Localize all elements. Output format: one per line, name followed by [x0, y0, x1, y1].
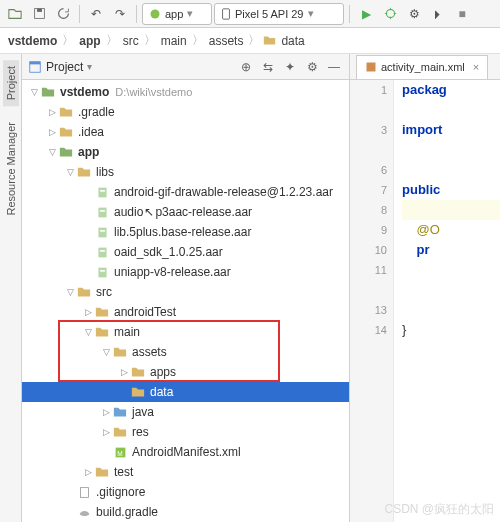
bc-4[interactable]: assets	[207, 34, 246, 48]
tree-androidtest[interactable]: ▷androidTest	[22, 302, 349, 322]
root-label: vstdemo	[60, 85, 109, 99]
module-selector[interactable]: app ▾	[142, 3, 212, 25]
tool-window-bar: Project Resource Manager	[0, 54, 22, 522]
svg-rect-9	[98, 207, 106, 217]
sync-icon[interactable]	[52, 3, 74, 25]
svg-rect-7	[98, 187, 106, 197]
svg-rect-21	[367, 63, 376, 72]
bc-0[interactable]: vstdemo	[6, 34, 59, 48]
svg-point-4	[386, 9, 394, 17]
svg-rect-6	[30, 61, 41, 64]
svg-rect-13	[98, 247, 106, 257]
bc-3[interactable]: main	[159, 34, 189, 48]
tree-lib4[interactable]: oaid_sdk_1.0.25.aar	[22, 242, 349, 262]
svg-rect-8	[100, 190, 105, 192]
tree-gitignore[interactable]: .gitignore	[22, 482, 349, 502]
undo-icon[interactable]: ↶	[85, 3, 107, 25]
tree-assets[interactable]: ▽assets	[22, 342, 349, 362]
tree-manifest[interactable]: MAndroidManifest.xml	[22, 442, 349, 462]
svg-rect-12	[100, 230, 105, 232]
svg-text:M: M	[117, 449, 122, 456]
bc-5[interactable]: data	[279, 34, 306, 48]
profile-icon[interactable]: ⚙	[403, 3, 425, 25]
svg-rect-11	[98, 227, 106, 237]
tree-res[interactable]: ▷res	[22, 422, 349, 442]
tree-lib1[interactable]: android-gif-drawable-release@1.2.23.aar	[22, 182, 349, 202]
open-icon[interactable]	[4, 3, 26, 25]
svg-rect-1	[37, 9, 42, 12]
editor-pane: activity_main.xml × 1 3 6 7 8 9 10 11 13…	[350, 54, 500, 522]
svg-rect-14	[100, 250, 105, 252]
stop-icon[interactable]: ■	[451, 3, 473, 25]
attach-icon[interactable]: ⏵	[427, 3, 449, 25]
breadcrumb: vstdemo〉 app〉 src〉 main〉 assets〉 data	[0, 28, 500, 54]
tab-activity-main[interactable]: activity_main.xml ×	[356, 55, 488, 79]
tree-main[interactable]: ▽main	[22, 322, 349, 342]
folder-icon	[263, 34, 276, 47]
editor-gutter: 1 3 6 7 8 9 10 11 13 14	[350, 80, 394, 522]
device-selector[interactable]: Pixel 5 API 29 ▾	[214, 3, 344, 25]
main-toolbar: ↶ ↷ app ▾ Pixel 5 API 29 ▾ ▶ ⚙ ⏵ ■	[0, 0, 500, 28]
svg-rect-16	[100, 270, 105, 272]
android-icon	[149, 8, 161, 20]
tree-lib2[interactable]: audio↖p3aac-release.aar	[22, 202, 349, 222]
project-tree[interactable]: ▽ vstdemo D:\wiki\vstdemo ▷.gradle ▷.ide…	[22, 80, 349, 522]
module-label: app	[165, 8, 183, 20]
tree-idea[interactable]: ▷.idea	[22, 122, 349, 142]
run-icon[interactable]: ▶	[355, 3, 377, 25]
debug-icon[interactable]	[379, 3, 401, 25]
tree-src[interactable]: ▽src	[22, 282, 349, 302]
tree-apps[interactable]: ▷apps	[22, 362, 349, 382]
bc-2[interactable]: src	[121, 34, 141, 48]
svg-rect-3	[223, 8, 230, 18]
redo-icon[interactable]: ↷	[109, 3, 131, 25]
editor-content[interactable]: packag import public @O pr }	[394, 80, 500, 522]
phone-icon	[221, 8, 231, 20]
collapse-icon[interactable]: ⇆	[259, 58, 277, 76]
tree-lib5[interactable]: uniapp-v8-release.aar	[22, 262, 349, 282]
xml-file-icon	[365, 61, 377, 73]
project-panel: Project ▾ ⊕ ⇆ ✦ ⚙ — ▽ vstdemo D:\wiki\vs…	[22, 54, 350, 522]
hide-icon[interactable]: —	[325, 58, 343, 76]
cursor-icon: ↖	[144, 205, 154, 219]
editor-tabs: activity_main.xml ×	[350, 54, 500, 80]
save-icon[interactable]	[28, 3, 50, 25]
tree-libs[interactable]: ▽libs	[22, 162, 349, 182]
svg-rect-15	[98, 267, 106, 277]
panel-title: Project	[46, 60, 83, 74]
tree-lib3[interactable]: lib.5plus.base-release.aar	[22, 222, 349, 242]
target-icon[interactable]: ⊕	[237, 58, 255, 76]
project-panel-header: Project ▾ ⊕ ⇆ ✦ ⚙ —	[22, 54, 349, 80]
project-view-icon	[28, 60, 42, 74]
side-tab-project[interactable]: Project	[3, 60, 19, 106]
side-tab-resource-manager[interactable]: Resource Manager	[3, 116, 19, 222]
svg-point-2	[151, 9, 160, 18]
tree-app[interactable]: ▽app	[22, 142, 349, 162]
tree-gradle[interactable]: ▷.gradle	[22, 102, 349, 122]
gear-icon[interactable]: ⚙	[303, 58, 321, 76]
tab-label: activity_main.xml	[381, 61, 465, 73]
tree-java[interactable]: ▷java	[22, 402, 349, 422]
tree-data[interactable]: data	[22, 382, 349, 402]
bc-1[interactable]: app	[77, 34, 102, 48]
svg-rect-19	[80, 487, 88, 497]
options-icon[interactable]: ✦	[281, 58, 299, 76]
device-label: Pixel 5 API 29	[235, 8, 304, 20]
tree-test[interactable]: ▷test	[22, 462, 349, 482]
root-hint: D:\wiki\vstdemo	[115, 86, 192, 98]
tree-buildgradle[interactable]: build.gradle	[22, 502, 349, 522]
svg-rect-10	[100, 210, 105, 212]
tree-root[interactable]: ▽ vstdemo D:\wiki\vstdemo	[22, 82, 349, 102]
close-icon[interactable]: ×	[473, 61, 479, 73]
